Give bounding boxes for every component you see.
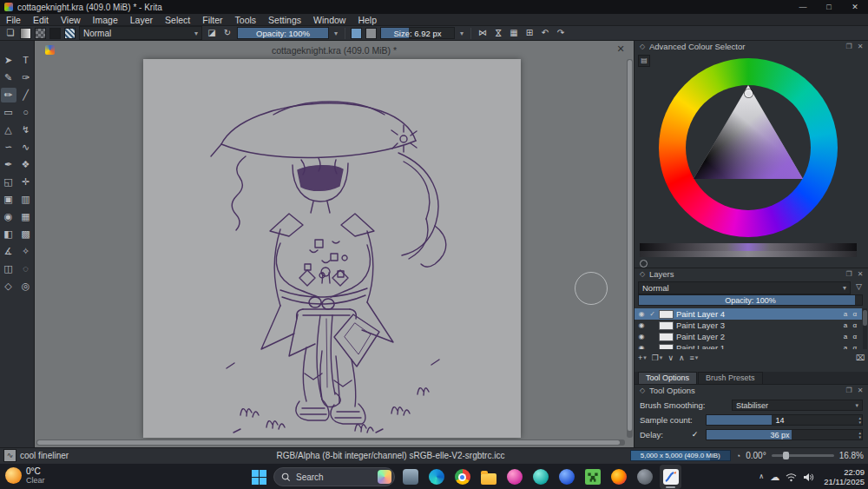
pattern-chooser[interactable] — [35, 28, 46, 39]
tool-edit-shapes[interactable]: ✎ — [1, 70, 16, 85]
layer-lock-badges[interactable]: a α — [844, 333, 862, 340]
layer-lock-badges[interactable]: a α — [844, 344, 862, 349]
move-layer-down-button[interactable]: ∨ — [667, 354, 674, 362]
document-icon[interactable]: ❏ — [4, 27, 16, 39]
layer-opacity-slider[interactable]: Opacity: 100% — [638, 294, 863, 306]
taskbar-app-gray[interactable] — [634, 465, 655, 489]
search-box[interactable]: Search — [273, 467, 395, 486]
close-button[interactable]: ✕ — [842, 0, 868, 14]
tool-text[interactable]: T — [18, 53, 34, 68]
tool-freehand-path[interactable]: ∿ — [18, 140, 34, 155]
layer-blend-mode-select[interactable]: Normal ▾ — [638, 281, 851, 294]
spin-down-icon[interactable]: ▾ — [858, 420, 861, 425]
layer-row-paint-layer-4[interactable]: ◉ ✓ Paint Layer 4 a α — [635, 308, 862, 320]
blend-mode-select[interactable]: Normal ▾ — [79, 26, 202, 40]
sample-count-slider[interactable]: 14 ▴▾ — [706, 414, 863, 426]
tool-zoom[interactable]: ◎ — [18, 279, 34, 294]
volume-icon[interactable] — [803, 472, 814, 482]
fg-color-chip[interactable] — [351, 28, 362, 39]
menu-help[interactable]: Help — [352, 14, 383, 26]
tool-bezier-curve[interactable]: ∽ — [1, 140, 16, 155]
maximize-button[interactable]: □ — [816, 0, 842, 14]
tool-pattern[interactable]: ▦ — [18, 209, 34, 224]
layer-visibility-icon[interactable]: ◉ — [637, 321, 646, 329]
layer-check-icon[interactable]: ✓ — [648, 310, 656, 318]
tool-multibrush[interactable]: ❖ — [18, 157, 34, 172]
menu-filter[interactable]: Filter — [196, 14, 228, 26]
close-docker-icon[interactable]: ✕ — [856, 387, 865, 394]
layer-scroll-thumb[interactable] — [863, 310, 867, 326]
tool-polygon[interactable]: △ — [1, 122, 16, 137]
close-docker-icon[interactable]: ✕ — [856, 43, 865, 50]
brush-smoothing-select[interactable]: Stabiliser ▾ — [732, 400, 863, 411]
taskbar-clock[interactable]: 22:09 21/11/2025 — [824, 467, 865, 486]
tool-ellipse[interactable]: ○ — [18, 105, 34, 120]
tool-enclose-fill[interactable]: ▩ — [18, 227, 34, 241]
taskbar-app-krita[interactable] — [660, 465, 681, 489]
spin-down-icon[interactable]: ▾ — [858, 435, 861, 439]
move-layer-up-button[interactable]: ∧ — [679, 354, 685, 362]
delay-slider[interactable]: 36 px ▴▾ — [706, 429, 863, 440]
tool-polygon-select[interactable]: ◇ — [1, 279, 16, 294]
tab-tool-options[interactable]: Tool Options — [638, 372, 697, 384]
wifi-icon[interactable] — [786, 472, 797, 482]
shade-selector-strip[interactable] — [640, 243, 857, 251]
opacity-slider[interactable]: Opacity: 100% — [237, 27, 329, 39]
menu-view[interactable]: View — [55, 14, 87, 26]
tool-dynamic-brush[interactable]: ✒ — [1, 157, 16, 172]
add-layer-button[interactable]: +▾ — [638, 354, 647, 362]
tool-calligraphy[interactable]: ✑ — [18, 70, 34, 85]
tool-options-header[interactable]: ◇ Tool Options ❐ ✕ — [635, 385, 868, 396]
taskbar-weather-widget[interactable]: 0°C Clear — [5, 466, 45, 485]
layers-docker-header[interactable]: ◇ Layers ❐ ✕ — [635, 268, 868, 280]
canvas-vscrollbar[interactable] — [627, 59, 633, 438]
opacity-caret-icon[interactable]: ▾ — [332, 30, 339, 37]
zoom-level[interactable]: 16.8% — [839, 451, 864, 460]
menu-edit[interactable]: Edit — [27, 14, 55, 26]
menu-window[interactable]: Window — [307, 14, 352, 26]
tool-rect-select[interactable]: ◫ — [1, 261, 16, 276]
shade-selector-strip-2[interactable] — [640, 251, 857, 257]
taskbar-app-media[interactable] — [503, 465, 525, 489]
duplicate-layer-button[interactable]: ❐▾ — [652, 354, 663, 362]
tool-transform[interactable]: ◱ — [1, 175, 16, 189]
layer-lock-badges[interactable]: a α — [844, 310, 862, 318]
tool-crop[interactable]: ▣ — [1, 192, 16, 207]
layer-row-paint-layer-2[interactable]: ◉ Paint Layer 2 a α — [635, 331, 862, 342]
float-docker-icon[interactable]: ❐ — [845, 387, 853, 394]
spinbox-arrows[interactable]: ▴▾ — [858, 430, 861, 439]
trim-icon[interactable]: ⊞ — [523, 27, 536, 39]
acs-docker-header[interactable]: ◇ Advanced Colour Selector ❐ ✕ — [635, 41, 868, 52]
tool-move[interactable]: ✛ — [18, 175, 34, 189]
canvas[interactable] — [143, 59, 521, 438]
spinbox-arrows[interactable]: ▴▾ — [858, 415, 861, 425]
tab-brush-presets[interactable]: Brush Presets — [698, 372, 763, 384]
rotation-dial-icon[interactable]: ◔ — [736, 452, 740, 460]
layer-properties-button[interactable]: ≡▾ — [690, 354, 699, 362]
layer-filter-icon[interactable]: ▽ — [853, 281, 865, 293]
color-chooser[interactable] — [49, 28, 61, 39]
float-docker-icon[interactable]: ❐ — [845, 43, 853, 50]
color-wheel[interactable] — [659, 58, 838, 237]
close-docker-icon[interactable]: ✕ — [856, 270, 865, 278]
layer-visibility-icon[interactable]: ◉ — [637, 344, 646, 349]
start-button[interactable] — [248, 466, 269, 487]
zoom-slider-thumb[interactable] — [783, 452, 789, 459]
tray-expand-icon[interactable]: ∧ — [759, 464, 764, 489]
tool-assistants[interactable]: ✧ — [18, 244, 34, 259]
taskbar-app-teal[interactable] — [529, 465, 551, 489]
layer-row-paint-layer-1[interactable]: ◉ Paint Layer 1 a α — [635, 342, 862, 349]
menu-tools[interactable]: Tools — [229, 14, 263, 26]
minimize-button[interactable]: — — [790, 0, 816, 14]
tool-color-sampler[interactable]: ◉ — [1, 209, 16, 224]
menu-image[interactable]: Image — [87, 14, 124, 26]
tool-gradient[interactable]: ▥ — [18, 192, 34, 207]
canvas-hscrollbar[interactable] — [36, 439, 625, 446]
undo-icon[interactable]: ↶ — [539, 27, 551, 39]
layer-row-paint-layer-3[interactable]: ◉ Paint Layer 3 a α — [635, 320, 862, 331]
taskbar-app-folder[interactable] — [477, 465, 499, 489]
size-caret-icon[interactable]: ▾ — [458, 30, 465, 37]
reload-preset-icon[interactable]: ↻ — [221, 27, 233, 39]
float-docker-icon[interactable]: ❐ — [845, 270, 853, 278]
delay-checkbox[interactable]: ✓ — [690, 430, 700, 439]
